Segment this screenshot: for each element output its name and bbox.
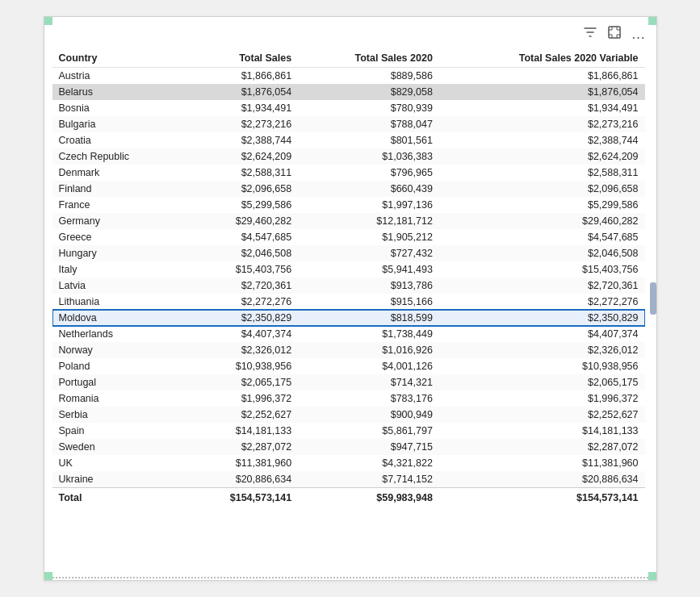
- cell-country: Portugal: [52, 374, 182, 390]
- table-row[interactable]: Lithuania$2,272,276$915,166$2,272,276: [52, 294, 645, 310]
- filter-icon[interactable]: [581, 23, 599, 44]
- cell-ts2020: $5,861,797: [298, 423, 439, 439]
- cell-total-sales: $29,460,282: [182, 213, 298, 229]
- col-header-ts2020: Total Sales 2020: [298, 49, 439, 68]
- cell-country: Latvia: [52, 278, 182, 294]
- cell-total-sales: $10,938,956: [182, 358, 298, 374]
- table-row[interactable]: UK$11,381,960$4,321,822$11,381,960: [52, 455, 645, 471]
- corner-bl-handle[interactable]: [44, 572, 52, 580]
- cell-country: Ukraine: [52, 471, 182, 488]
- cell-total-sales: $2,096,658: [182, 181, 298, 197]
- cell-ts2020var: $2,624,209: [439, 148, 645, 165]
- table-row[interactable]: Moldova$2,350,829$818,599$2,350,829: [52, 310, 645, 326]
- cell-ts2020var: $2,273,216: [439, 116, 645, 132]
- cell-ts2020: $714,321: [298, 374, 439, 390]
- cell-ts2020var: $1,934,491: [439, 100, 645, 116]
- table-row[interactable]: Belarus$1,876,054$829,058$1,876,054: [52, 84, 645, 100]
- table-row[interactable]: Denmark$2,588,311$796,965$2,588,311: [52, 165, 645, 181]
- total-sales: $154,573,141: [182, 488, 298, 507]
- cell-ts2020: $7,714,152: [298, 471, 439, 488]
- table-row[interactable]: Spain$14,181,133$5,861,797$14,181,133: [52, 423, 645, 439]
- table-row[interactable]: Czech Republic$2,624,209$1,036,383$2,624…: [52, 148, 645, 165]
- cell-ts2020: $1,016,926: [298, 342, 439, 358]
- cell-total-sales: $2,272,276: [182, 294, 298, 310]
- table-row[interactable]: Bosnia$1,934,491$780,939$1,934,491: [52, 100, 645, 116]
- cell-ts2020: $1,738,449: [298, 326, 439, 342]
- cell-ts2020var: $1,996,372: [439, 390, 645, 407]
- cell-country: Lithuania: [52, 294, 182, 310]
- corner-br-handle[interactable]: [648, 572, 656, 580]
- cell-country: Sweden: [52, 439, 182, 455]
- total-ts2020var: $154,573,141: [439, 488, 645, 507]
- cell-total-sales: $20,886,634: [182, 471, 298, 488]
- table-row[interactable]: Serbia$2,252,627$900,949$2,252,627: [52, 407, 645, 423]
- cell-ts2020: $780,939: [298, 100, 439, 116]
- cell-ts2020var: $2,588,311: [439, 165, 645, 181]
- cell-ts2020var: $2,287,072: [439, 439, 645, 455]
- cell-country: Spain: [52, 423, 182, 439]
- cell-ts2020: $801,561: [298, 132, 439, 148]
- cell-country: Greece: [52, 229, 182, 245]
- cell-country: Moldova: [52, 310, 182, 326]
- corner-tr-handle[interactable]: [648, 17, 656, 25]
- table-row[interactable]: Croatia$2,388,744$801,561$2,388,744: [52, 132, 645, 148]
- cell-ts2020: $4,321,822: [298, 455, 439, 471]
- table-row[interactable]: Latvia$2,720,361$913,786$2,720,361: [52, 278, 645, 294]
- cell-ts2020: $5,941,493: [298, 261, 439, 278]
- table-row[interactable]: Norway$2,326,012$1,016,926$2,326,012: [52, 342, 645, 358]
- cell-ts2020var: $2,065,175: [439, 374, 645, 390]
- cell-total-sales: $2,287,072: [182, 439, 298, 455]
- corner-tl-handle[interactable]: [44, 17, 52, 25]
- expand-icon[interactable]: [606, 23, 623, 44]
- table-row[interactable]: Austria$1,866,861$889,586$1,866,861: [52, 68, 645, 85]
- more-options-icon[interactable]: …: [630, 24, 648, 44]
- table-row[interactable]: Romania$1,996,372$783,176$1,996,372: [52, 390, 645, 407]
- cell-ts2020: $660,439: [298, 181, 439, 197]
- resize-handle-right[interactable]: [650, 282, 656, 315]
- data-table: Country Total Sales Total Sales 2020 Tot…: [52, 49, 645, 506]
- total-ts2020: $59,983,948: [298, 488, 439, 507]
- cell-country: UK: [52, 455, 182, 471]
- table-row[interactable]: Finland$2,096,658$660,439$2,096,658: [52, 181, 645, 197]
- cell-country: Hungary: [52, 245, 182, 261]
- table-row[interactable]: France$5,299,586$1,997,136$5,299,586: [52, 197, 645, 213]
- cell-total-sales: $1,876,054: [182, 84, 298, 100]
- cell-total-sales: $2,624,209: [182, 148, 298, 165]
- table-row[interactable]: Sweden$2,287,072$947,715$2,287,072: [52, 439, 645, 455]
- cell-ts2020var: $15,403,756: [439, 261, 645, 278]
- cell-ts2020var: $2,388,744: [439, 132, 645, 148]
- cell-ts2020: $947,715: [298, 439, 439, 455]
- table-row[interactable]: Greece$4,547,685$1,905,212$4,547,685: [52, 229, 645, 245]
- cell-ts2020var: $2,252,627: [439, 407, 645, 423]
- cell-country: Belarus: [52, 84, 182, 100]
- cell-ts2020: $913,786: [298, 278, 439, 294]
- table-row[interactable]: Ukraine$20,886,634$7,714,152$20,886,634: [52, 471, 645, 488]
- cell-total-sales: $2,046,508: [182, 245, 298, 261]
- table-row[interactable]: Poland$10,938,956$4,001,126$10,938,956: [52, 358, 645, 374]
- table-row[interactable]: Germany$29,460,282$12,181,712$29,460,282: [52, 213, 645, 229]
- cell-total-sales: $2,065,175: [182, 374, 298, 390]
- col-header-total-sales: Total Sales: [182, 49, 298, 68]
- cell-country: Norway: [52, 342, 182, 358]
- cell-country: Germany: [52, 213, 182, 229]
- cell-ts2020: $727,432: [298, 245, 439, 261]
- cell-ts2020var: $2,046,508: [439, 245, 645, 261]
- total-label: Total: [52, 488, 182, 507]
- cell-country: France: [52, 197, 182, 213]
- dotted-border: [52, 577, 648, 578]
- cell-ts2020var: $1,876,054: [439, 84, 645, 100]
- table-row[interactable]: Netherlands$4,407,374$1,738,449$4,407,37…: [52, 326, 645, 342]
- cell-ts2020var: $5,299,586: [439, 197, 645, 213]
- cell-total-sales: $4,547,685: [182, 229, 298, 245]
- cell-ts2020: $915,166: [298, 294, 439, 310]
- svg-rect-0: [609, 27, 620, 38]
- cell-total-sales: $15,403,756: [182, 261, 298, 278]
- cell-country: Serbia: [52, 407, 182, 423]
- table-row[interactable]: Bulgaria$2,273,216$788,047$2,273,216: [52, 116, 645, 132]
- cell-ts2020var: $2,326,012: [439, 342, 645, 358]
- table-row[interactable]: Portugal$2,065,175$714,321$2,065,175: [52, 374, 645, 390]
- cell-total-sales: $5,299,586: [182, 197, 298, 213]
- table-row[interactable]: Hungary$2,046,508$727,432$2,046,508: [52, 245, 645, 261]
- table-row[interactable]: Italy$15,403,756$5,941,493$15,403,756: [52, 261, 645, 278]
- cell-total-sales: $4,407,374: [182, 326, 298, 342]
